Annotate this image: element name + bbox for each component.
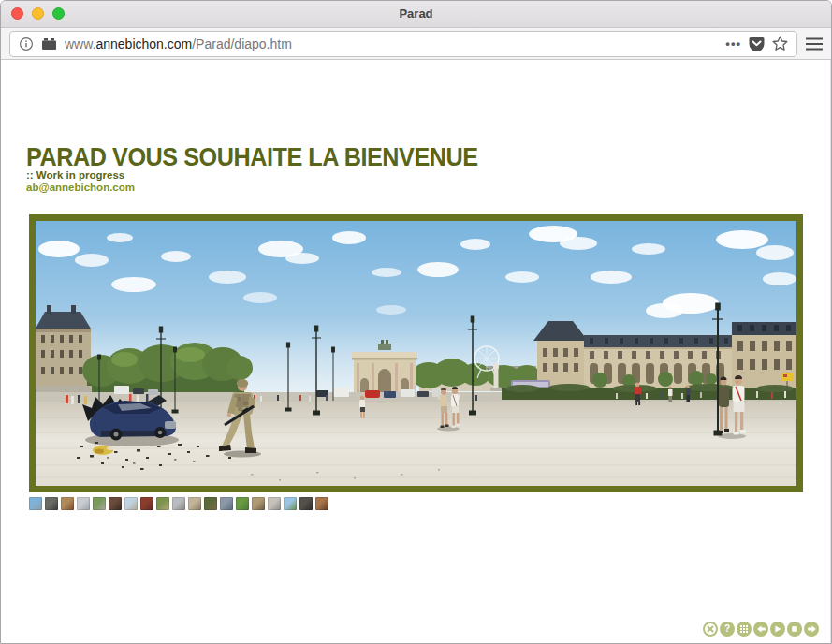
thumbnail[interactable] <box>220 497 233 510</box>
stop-button[interactable] <box>787 622 802 637</box>
page-title: PARAD VOUS SOUHAITE LA BIENVENUE <box>26 142 478 172</box>
page-actions-icon[interactable]: ••• <box>725 37 741 51</box>
thumbnail[interactable] <box>45 497 58 510</box>
url-prefix: www. <box>65 37 95 51</box>
bookmark-star-icon[interactable] <box>772 36 788 51</box>
thumbnail[interactable] <box>61 497 74 510</box>
zoom-window-button[interactable] <box>52 7 65 20</box>
browser-window: Parad www.annebichon.com/Parad/diapo.htm… <box>0 0 832 644</box>
thumbnail[interactable] <box>188 497 201 510</box>
thumbnail[interactable] <box>109 497 122 510</box>
thumbnail[interactable] <box>172 497 185 510</box>
thumbnail[interactable] <box>299 497 313 510</box>
pocket-icon[interactable] <box>749 37 765 51</box>
close-slideshow-button[interactable] <box>703 622 718 637</box>
close-window-button[interactable] <box>11 7 23 20</box>
slideshow-controls: ? <box>703 622 819 637</box>
next-button[interactable] <box>804 622 819 637</box>
index-grid-button[interactable] <box>737 622 752 637</box>
thumbnail[interactable] <box>284 497 297 510</box>
louvre-pavilion-center-right <box>533 321 588 389</box>
thumbnail[interactable] <box>236 497 249 510</box>
help-button[interactable]: ? <box>720 622 735 637</box>
louvre-left-pavilion <box>36 305 91 394</box>
thumbnail[interactable] <box>29 497 42 510</box>
thumbnail[interactable] <box>156 497 169 510</box>
url-path: /Parad/diapo.htm <box>192 37 292 51</box>
thumbnail[interactable] <box>268 497 281 510</box>
thumbnail[interactable] <box>77 497 90 510</box>
panorama-image[interactable] <box>36 221 796 486</box>
page-content: PARAD VOUS SOUHAITE LA BIENVENUE :: Work… <box>1 60 831 644</box>
window-titlebar: Parad <box>1 1 831 28</box>
thumbnail[interactable] <box>93 497 106 510</box>
thumbnail[interactable] <box>204 497 217 510</box>
previous-button[interactable] <box>753 622 768 637</box>
site-info-icon[interactable] <box>19 37 34 51</box>
question-mark-icon: ? <box>724 624 730 634</box>
thumbnail[interactable] <box>252 497 265 510</box>
email-link[interactable]: ab@annebichon.com <box>26 182 135 193</box>
url-bar[interactable]: www.annebichon.com/Parad/diapo.htm ••• <box>9 31 797 57</box>
url-text[interactable]: www.annebichon.com/Parad/diapo.htm <box>65 37 718 51</box>
minimize-window-button[interactable] <box>32 7 44 20</box>
thumbnail[interactable] <box>124 497 138 510</box>
subtitle: :: Work in progress <box>26 169 124 181</box>
thumbnail-strip <box>29 497 328 510</box>
navigation-toolbar: www.annebichon.com/Parad/diapo.htm ••• <box>1 28 831 60</box>
menu-icon[interactable] <box>806 37 823 51</box>
window-title: Parad <box>1 1 831 27</box>
traffic-lights <box>11 7 65 20</box>
url-domain: annebichon.com <box>95 37 192 51</box>
briefcase-icon[interactable] <box>41 37 57 51</box>
thumbnail[interactable] <box>315 497 328 510</box>
thumbnail[interactable] <box>140 497 153 510</box>
slideshow-frame <box>29 214 803 492</box>
play-button[interactable] <box>770 622 785 637</box>
